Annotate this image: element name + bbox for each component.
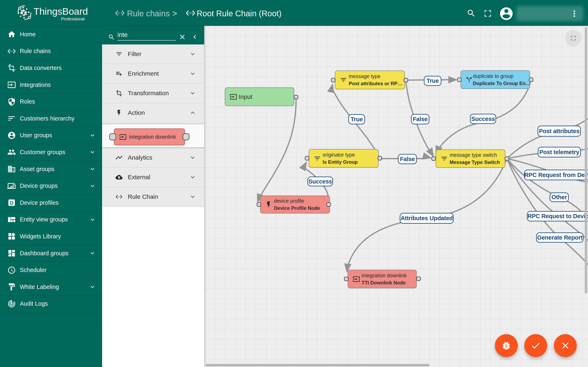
svg-text:D: D [10,200,13,206]
